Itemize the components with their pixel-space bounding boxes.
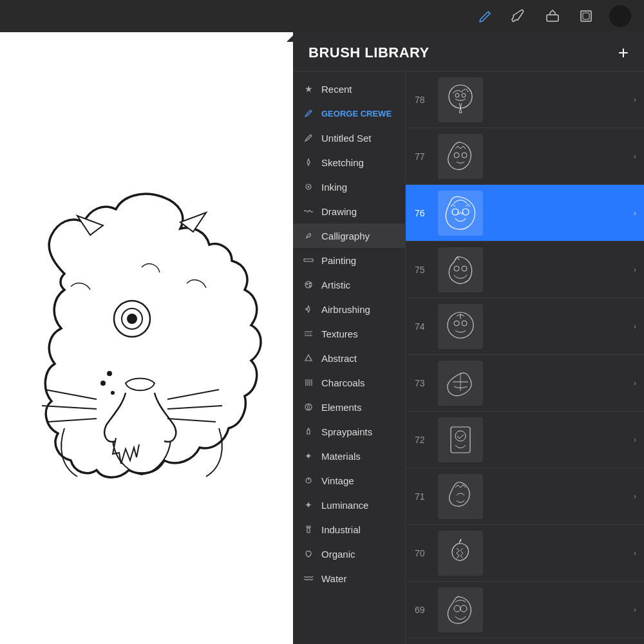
svg-point-40	[455, 431, 466, 441]
charcoals-icon	[302, 376, 315, 389]
category-label: Painting	[321, 255, 356, 266]
panel-title: BRUSH LIBRARY	[308, 44, 430, 61]
vintage-icon	[302, 474, 315, 487]
category-list: ★ Recent GEORGE CREWE Untitl	[293, 71, 406, 644]
add-brush-button[interactable]: +	[618, 44, 629, 62]
sidebar-item-painting[interactable]: Painting	[293, 248, 405, 272]
sidebar-item-calligraphy[interactable]: Calligraphy	[293, 223, 405, 248]
star-icon: ★	[302, 82, 315, 95]
category-label: Calligraphy	[321, 231, 370, 242]
svg-point-41	[454, 605, 460, 612]
sidebar-item-vintage[interactable]: Vintage	[293, 468, 405, 493]
brush-number: 69	[415, 605, 433, 615]
sidebar-item-artistic[interactable]: Artistic	[293, 272, 405, 297]
category-label: Organic	[321, 549, 355, 560]
category-label: Textures	[321, 328, 358, 339]
svg-point-33	[462, 209, 469, 215]
svg-point-42	[460, 605, 467, 612]
elements-icon	[302, 401, 315, 413]
svg-point-24	[308, 428, 309, 430]
panel-body: ★ Recent GEORGE CREWE Untitl	[293, 71, 644, 644]
brush-number: 77	[415, 151, 433, 162]
brush-item-76[interactable]: 76 ›	[406, 185, 644, 242]
brush-preview-71	[438, 474, 483, 519]
sidebar-item-spraypaints[interactable]: Spraypaints	[293, 419, 405, 444]
chevron-right-icon: ›	[634, 95, 636, 104]
brush-item-69[interactable]: 69 ›	[406, 582, 644, 638]
sidebar-item-industrial[interactable]: Industrial	[293, 517, 405, 542]
brush-number: 70	[415, 548, 433, 558]
chevron-right-icon: ›	[634, 265, 636, 274]
svg-rect-1	[581, 11, 591, 21]
brush-item-70[interactable]: 70 ›	[406, 525, 644, 582]
sidebar-item-elements[interactable]: Elements	[293, 395, 405, 419]
sidebar-item-textures[interactable]: Textures	[293, 321, 405, 346]
brush-preview-73	[438, 361, 483, 406]
svg-point-28	[455, 93, 459, 97]
svg-point-27	[449, 85, 472, 108]
category-label: Drawing	[321, 206, 357, 217]
luminance-icon: ✦	[302, 498, 315, 511]
canvas-drawing	[13, 171, 283, 506]
layers-tool-icon[interactable]	[576, 6, 596, 26]
textures-icon	[302, 327, 315, 340]
brush-library-panel: BRUSH LIBRARY + ★ Recent GEORGE CREWE	[293, 32, 644, 644]
category-label: Airbrushing	[321, 304, 370, 315]
brush-item-73[interactable]: 73 ›	[406, 355, 644, 412]
sidebar-item-untitled-set[interactable]: Untitled Set	[293, 126, 405, 150]
canvas-area	[0, 32, 296, 644]
svg-point-30	[454, 153, 459, 158]
category-label: Artistic	[321, 279, 350, 290]
svg-point-14	[309, 283, 311, 285]
sidebar-item-sketching[interactable]: Sketching	[293, 150, 405, 175]
brush-item-75[interactable]: 75 ›	[406, 242, 644, 298]
brush-preview-70	[438, 531, 483, 576]
avatar-icon[interactable]	[609, 5, 631, 27]
category-label: GEORGE CREWE	[321, 109, 392, 118]
svg-point-7	[100, 381, 106, 386]
category-label: Water	[321, 573, 346, 584]
chevron-right-icon: ›	[634, 548, 636, 558]
eraser-tool-icon[interactable]	[542, 6, 563, 26]
brush-item-78[interactable]: 78 ›	[406, 71, 644, 128]
sidebar-item-airbrushing[interactable]: Airbrushing	[293, 297, 405, 321]
pen-icon	[302, 107, 315, 120]
brush-item-77[interactable]: 77 ›	[406, 128, 644, 185]
brush-preview-77	[438, 134, 483, 179]
brush-item-72[interactable]: 72 ›	[406, 412, 644, 468]
brush-preview-72	[438, 417, 483, 462]
brush-number: 76	[415, 208, 433, 218]
category-label: Inking	[321, 182, 347, 193]
svg-point-34	[454, 266, 459, 271]
svg-point-23	[305, 404, 312, 410]
sidebar-item-inking[interactable]: Inking	[293, 175, 405, 199]
brush-preview-78	[438, 77, 483, 122]
sidebar-item-organic[interactable]: Organic	[293, 542, 405, 566]
toolbar	[0, 0, 644, 32]
svg-point-13	[307, 283, 308, 285]
chevron-right-icon: ›	[634, 605, 636, 614]
brush-item-74[interactable]: 74 ›	[406, 298, 644, 355]
pencil-tool-icon[interactable]	[475, 6, 496, 26]
category-label: Elements	[321, 402, 362, 413]
svg-point-31	[462, 153, 467, 158]
panel-header: BRUSH LIBRARY +	[293, 32, 644, 71]
brush-preview-75	[438, 247, 483, 292]
sidebar-item-george-crewe[interactable]: GEORGE CREWE	[293, 101, 405, 126]
category-label: Untitled Set	[321, 133, 372, 144]
sidebar-item-luminance[interactable]: ✦ Luminance	[293, 493, 405, 517]
brush-item-71[interactable]: 71 ›	[406, 468, 644, 525]
svg-point-15	[309, 285, 311, 287]
sidebar-item-abstract[interactable]: Abstract	[293, 346, 405, 370]
sidebar-item-materials[interactable]: ✦ Materials	[293, 444, 405, 468]
sidebar-item-drawing[interactable]: Drawing	[293, 199, 405, 223]
sidebar-item-water[interactable]: Water	[293, 566, 405, 591]
sidebar-item-recent[interactable]: ★ Recent	[293, 77, 405, 101]
brush-number: 73	[415, 378, 433, 388]
brush-tool-icon[interactable]	[509, 6, 529, 26]
svg-point-35	[462, 266, 467, 271]
sidebar-item-charcoals[interactable]: Charcoals	[293, 370, 405, 395]
brush-number: 74	[415, 321, 433, 332]
category-label: Recent	[321, 84, 352, 95]
panel-indicator	[287, 32, 306, 42]
